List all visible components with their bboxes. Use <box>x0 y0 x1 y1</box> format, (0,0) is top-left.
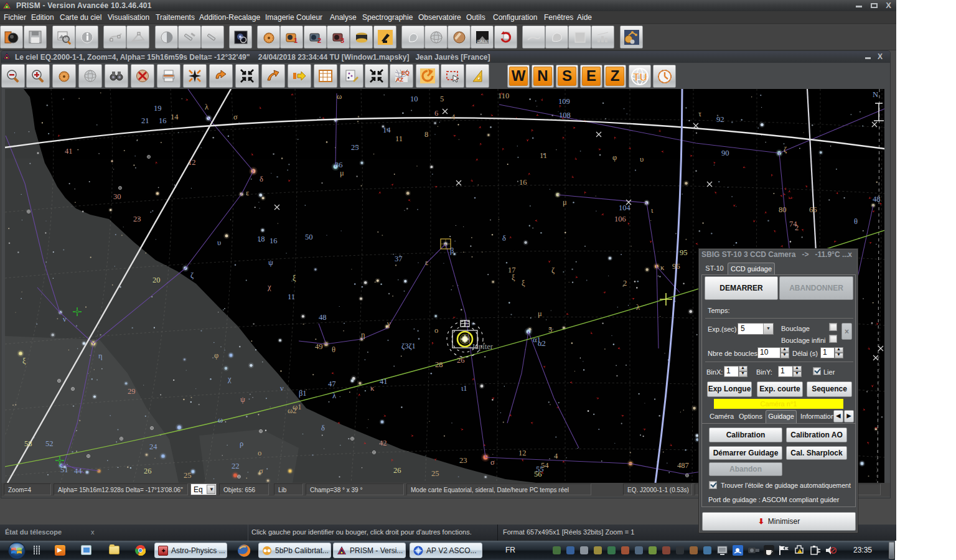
svg-text:φ: φ <box>612 153 617 162</box>
svg-text:κ: κ <box>370 384 375 393</box>
svg-text:χ: χ <box>267 282 271 291</box>
svg-text:44: 44 <box>74 467 82 475</box>
svg-text:θ: θ <box>332 345 335 354</box>
svg-text:4: 4 <box>554 452 558 460</box>
svg-text:λ: λ <box>636 303 640 312</box>
svg-text:23: 23 <box>459 456 467 465</box>
svg-text:58: 58 <box>24 439 32 448</box>
svg-text:o: o <box>434 326 438 335</box>
svg-text:ψ: ψ <box>268 258 273 267</box>
svg-text:Jupiter: Jupiter <box>472 342 494 351</box>
svg-text:ζ: ζ <box>551 266 555 274</box>
svg-text:11: 11 <box>395 134 403 143</box>
svg-text:η: η <box>361 330 365 339</box>
svg-text:ζ: ζ <box>784 145 787 154</box>
svg-text:5: 5 <box>548 325 552 334</box>
svg-text:24: 24 <box>149 442 157 451</box>
svg-text:ξ: ξ <box>522 279 525 287</box>
svg-text:25: 25 <box>184 471 192 480</box>
svg-text:ξ: ξ <box>22 357 26 365</box>
svg-text:6: 6 <box>434 109 438 118</box>
svg-text:50: 50 <box>305 233 313 241</box>
svg-text:ε: ε <box>425 258 428 267</box>
svg-text:41: 41 <box>65 147 73 156</box>
svg-text:λ: λ <box>332 391 336 400</box>
svg-text:λ: λ <box>205 103 209 111</box>
svg-text:52: 52 <box>45 439 54 448</box>
svg-text:ζ: ζ <box>190 271 194 279</box>
svg-text:σ: σ <box>233 113 238 121</box>
svg-text:μ: μ <box>563 198 567 207</box>
svg-text:γ: γ <box>387 319 391 328</box>
svg-text:3: 3 <box>340 37 344 44</box>
svg-text:14: 14 <box>171 113 179 121</box>
svg-text:30: 30 <box>113 192 121 201</box>
svg-text:2: 2 <box>795 223 799 232</box>
svg-text:41: 41 <box>380 377 388 386</box>
svg-text:N: N <box>873 90 878 99</box>
svg-text:108: 108 <box>559 111 571 119</box>
svg-text:26: 26 <box>393 466 401 475</box>
svg-text:48: 48 <box>319 313 327 322</box>
svg-text:12: 12 <box>188 158 196 167</box>
svg-text:487: 487 <box>677 461 689 470</box>
svg-text:10: 10 <box>410 95 418 103</box>
svg-text:106: 106 <box>614 215 626 223</box>
svg-text:1: 1 <box>294 37 298 44</box>
svg-text:36: 36 <box>335 161 343 169</box>
svg-text:φ: φ <box>214 351 218 360</box>
svg-text:ψ: ψ <box>240 395 245 404</box>
svg-text:51: 51 <box>60 465 68 474</box>
svg-text:ω: ω <box>337 92 342 101</box>
svg-text:49: 49 <box>315 342 323 351</box>
svg-text:28: 28 <box>435 360 443 369</box>
svg-text:26: 26 <box>457 356 465 365</box>
svg-text:8: 8 <box>424 130 428 139</box>
svg-text:23: 23 <box>133 215 141 223</box>
svg-text:16: 16 <box>519 178 527 187</box>
svg-text:12: 12 <box>518 449 527 457</box>
svg-text:25: 25 <box>431 469 439 478</box>
svg-text:σ: σ <box>259 467 263 475</box>
svg-text:μ: μ <box>340 169 344 177</box>
svg-text:ν: ν <box>63 315 67 324</box>
svg-text:ι1: ι1 <box>461 384 467 393</box>
svg-text:109: 109 <box>558 97 570 106</box>
svg-text:25: 25 <box>351 143 359 152</box>
svg-text:21: 21 <box>141 116 149 125</box>
svg-text:θ: θ <box>854 217 858 226</box>
svg-text:16: 16 <box>269 236 278 245</box>
svg-text:ξ: ξ <box>512 273 515 282</box>
svg-text:ξ: ξ <box>293 274 296 282</box>
svg-text:μ: μ <box>538 309 542 318</box>
svg-text:20: 20 <box>152 276 161 284</box>
svg-text:ρ: ρ <box>240 439 243 448</box>
svg-text:19: 19 <box>154 104 162 113</box>
svg-text:δ: δ <box>502 234 506 243</box>
svg-text:δ: δ <box>321 424 325 432</box>
svg-text:80: 80 <box>779 205 787 214</box>
svg-text:48: 48 <box>873 195 881 203</box>
svg-text:!: ! <box>799 549 800 553</box>
svg-text:95: 95 <box>680 248 688 257</box>
svg-text:11: 11 <box>540 151 547 160</box>
svg-text:26: 26 <box>144 467 152 475</box>
svg-text:TU: TU <box>633 72 647 83</box>
svg-text:υ: υ <box>217 238 221 247</box>
svg-text:AZ: AZ <box>396 77 403 83</box>
svg-text:56: 56 <box>534 470 542 478</box>
svg-text:δ: δ <box>260 175 263 184</box>
svg-text:τ: τ <box>698 110 701 118</box>
svg-text:2: 2 <box>317 37 321 44</box>
svg-text:42: 42 <box>379 439 387 447</box>
svg-text:37: 37 <box>395 254 403 263</box>
svg-text:EQ: EQ <box>401 70 410 76</box>
svg-text:υ: υ <box>640 155 644 164</box>
svg-text:110: 110 <box>498 91 509 100</box>
svg-text:β1: β1 <box>299 389 307 398</box>
svg-text:2: 2 <box>623 279 627 287</box>
svg-text:14: 14 <box>383 126 391 134</box>
svg-text:χ: χ <box>227 375 232 383</box>
svg-text:90: 90 <box>721 149 729 157</box>
svg-text:α2: α2 <box>538 339 546 348</box>
